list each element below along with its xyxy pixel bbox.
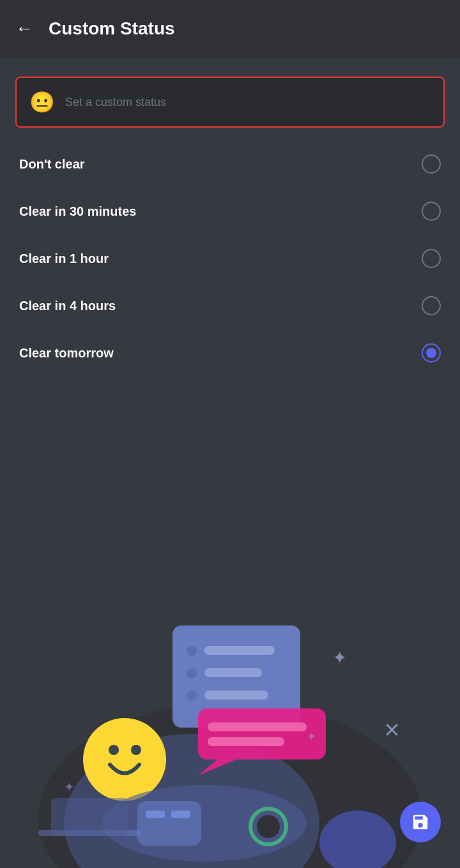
svg-point-4 xyxy=(187,668,197,678)
radio-4hr[interactable] xyxy=(422,296,441,315)
option-label-30min: Clear in 30 minutes xyxy=(19,204,136,219)
status-input-field[interactable]: 😐 Set a custom status xyxy=(15,77,445,128)
option-clear-30min[interactable]: Clear in 30 minutes xyxy=(0,188,460,235)
status-placeholder-text: Set a custom status xyxy=(65,96,431,109)
svg-rect-27 xyxy=(51,798,128,836)
option-clear-4hr[interactable]: Clear in 4 hours xyxy=(0,282,460,329)
svg-text:✦: ✦ xyxy=(64,780,75,794)
radio-30min[interactable] xyxy=(422,202,441,221)
svg-point-3 xyxy=(187,646,197,656)
back-button[interactable]: ← xyxy=(15,19,33,39)
option-label-1hr: Clear in 1 hour xyxy=(19,251,109,266)
radio-1hr[interactable] xyxy=(422,249,441,268)
illustration-area: ✦ ✦ ✦ ✕ xyxy=(0,613,460,868)
svg-point-13 xyxy=(83,718,166,801)
svg-text:✕: ✕ xyxy=(383,719,401,742)
option-clear-tomorrow[interactable]: Clear tomorrow xyxy=(0,329,460,377)
svg-rect-11 xyxy=(208,737,284,746)
svg-rect-21 xyxy=(146,811,165,818)
radio-tomorrow[interactable] xyxy=(422,343,441,363)
clear-options-list: Don't clear Clear in 30 minutes Clear in… xyxy=(0,140,460,377)
save-button[interactable] xyxy=(400,802,441,842)
svg-point-14 xyxy=(109,745,119,755)
svg-rect-8 xyxy=(204,691,268,700)
svg-rect-20 xyxy=(137,801,201,846)
save-icon xyxy=(411,812,430,832)
header: ← Custom Status xyxy=(0,0,460,57)
svg-text:✦: ✦ xyxy=(307,730,316,743)
svg-rect-10 xyxy=(208,722,307,731)
option-label-4hr: Clear in 4 hours xyxy=(19,299,116,313)
svg-point-5 xyxy=(187,691,197,701)
svg-rect-7 xyxy=(204,668,262,677)
svg-rect-6 xyxy=(204,646,275,655)
svg-rect-22 xyxy=(171,811,190,818)
option-clear-1hr[interactable]: Clear in 1 hour xyxy=(0,235,460,282)
svg-point-24 xyxy=(257,815,280,838)
svg-text:✦: ✦ xyxy=(332,648,347,668)
emoji-picker-icon[interactable]: 😐 xyxy=(29,90,55,114)
radio-dont-clear[interactable] xyxy=(422,154,441,174)
svg-point-15 xyxy=(131,745,141,755)
page-title: Custom Status xyxy=(49,19,175,39)
option-label-tomorrow: Clear tomorrow xyxy=(19,346,114,361)
option-label-dont-clear: Don't clear xyxy=(19,157,85,172)
option-dont-clear[interactable]: Don't clear xyxy=(0,140,460,188)
